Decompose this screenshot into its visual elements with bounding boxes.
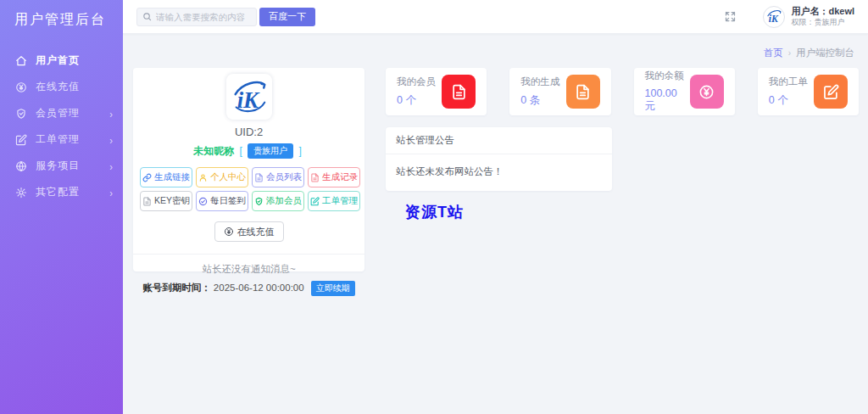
breadcrumb-current: 用户端控制台 xyxy=(796,47,854,59)
yen-circle-icon xyxy=(15,81,27,93)
gear-icon xyxy=(15,187,27,199)
document-icon xyxy=(442,75,476,109)
globe-icon xyxy=(15,160,27,172)
search-icon xyxy=(142,12,152,21)
sidebar-item-member-management[interactable]: 会员管理 › xyxy=(0,100,123,126)
stat-card-my-generated: 我的生成 0 条 xyxy=(509,68,610,115)
stat-value: 0 个 xyxy=(769,93,808,108)
topbar: 百度一下 iK 用户名：dkewl 权限：贵族用户 xyxy=(123,0,868,34)
profile-card: iK UID:2 未知昵称 [ 贵族用户 ] 生成链接 xyxy=(133,68,364,271)
sidebar-item-label: 服务项目 xyxy=(36,159,109,173)
dashboard-grid: iK UID:2 未知昵称 [ 贵族用户 ] 生成链接 xyxy=(123,59,868,271)
role-badge: 贵族用户 xyxy=(248,143,293,159)
account-expire-row: 账号到期时间： 2025-06-12 00:00:00 立即续期 xyxy=(133,281,364,296)
stat-value: 0 条 xyxy=(520,93,559,108)
stat-label: 我的余额 xyxy=(645,70,691,82)
announcement-body: 站长还未发布网站公告！ xyxy=(386,154,612,191)
document-icon xyxy=(566,75,600,109)
document-edit-icon xyxy=(310,197,320,206)
stats-row: 我的会员 0 个 我的生成 0 条 xyxy=(386,68,859,115)
search-box xyxy=(136,8,257,26)
stat-card-my-members: 我的会员 0 个 xyxy=(386,68,487,115)
add-member-button[interactable]: 添加会员 xyxy=(252,191,304,211)
sidebar-item-other-settings[interactable]: 其它配置 › xyxy=(0,179,123,205)
yen-circle-icon xyxy=(690,75,724,109)
breadcrumb-home-link[interactable]: 首页 xyxy=(764,47,783,59)
sidebar-item-ticket-management[interactable]: 工单管理 › xyxy=(0,126,123,153)
search-button[interactable]: 百度一下 xyxy=(259,8,315,26)
personal-center-button[interactable]: 个人中心 xyxy=(196,167,248,187)
nickname: 未知昵称 xyxy=(193,145,234,157)
chevron-right-icon: › xyxy=(109,133,113,145)
user-meta: 用户名：dkewl 权限：贵族用户 xyxy=(791,6,854,27)
online-recharge-button[interactable]: 在线充值 xyxy=(214,221,284,242)
sidebar-item-service-items[interactable]: 服务项目 › xyxy=(0,153,123,179)
document-edit-icon xyxy=(814,75,848,109)
breadcrumb-separator: › xyxy=(788,48,791,58)
document-edit-icon xyxy=(15,134,27,146)
main-area: 百度一下 iK 用户名：dkewl 权限：贵族用户 首页 › 用户端控制台 xyxy=(123,0,868,414)
shield-check-icon xyxy=(254,197,264,206)
chevron-right-icon: › xyxy=(109,107,113,119)
user-menu[interactable]: iK 用户名：dkewl 权限：贵族用户 xyxy=(763,6,854,28)
user-role: 权限：贵族用户 xyxy=(791,18,854,27)
key-secret-button[interactable]: KEY密钥 xyxy=(140,191,192,211)
stat-label: 我的工单 xyxy=(769,76,808,88)
stat-label: 我的生成 xyxy=(520,76,559,88)
site-logo: iK xyxy=(226,74,272,120)
stat-card-my-tickets: 我的工单 0 个 xyxy=(758,68,859,115)
person-icon xyxy=(198,173,208,182)
search-input[interactable] xyxy=(156,12,251,22)
svg-text:iK: iK xyxy=(769,13,779,24)
sidebar-item-label: 在线充值 xyxy=(36,80,113,94)
ticket-management-button[interactable]: 工单管理 xyxy=(308,191,360,211)
username: 用户名：dkewl xyxy=(791,6,854,18)
sidebar-item-user-home[interactable]: 用户首页 xyxy=(0,48,123,74)
avatar: iK xyxy=(763,6,785,28)
daily-checkin-button[interactable]: 每日签到 xyxy=(196,191,248,211)
yen-circle-icon xyxy=(224,227,234,237)
generate-records-button[interactable]: 生成记录 xyxy=(308,167,360,187)
stat-card-my-balance: 我的余额 100.00 元 xyxy=(634,68,735,115)
quick-actions: 生成链接 个人中心 会员列表 生成记录 xyxy=(140,167,358,211)
announcement-title: 站长管理公告 xyxy=(386,127,612,154)
home-icon xyxy=(15,55,27,67)
shield-check-icon xyxy=(15,108,27,120)
sidebar-item-online-recharge[interactable]: 在线充值 xyxy=(0,74,123,100)
sidebar-menu: 用户首页 在线充值 会员管理 › 工单管理 › xyxy=(0,48,123,205)
watermark-text: 资源T站 xyxy=(405,202,859,222)
sidebar-item-label: 会员管理 xyxy=(36,106,109,120)
document-icon xyxy=(142,197,152,206)
expire-value: 2025-06-12 00:00:00 xyxy=(214,283,304,293)
breadcrumb: 首页 › 用户端控制台 xyxy=(123,34,868,59)
document-icon xyxy=(254,173,264,182)
sidebar-item-label: 工单管理 xyxy=(36,132,109,147)
bracket-close: ] xyxy=(299,145,302,157)
chevron-right-icon: › xyxy=(109,159,113,171)
renew-now-button[interactable]: 立即续期 xyxy=(311,281,355,296)
member-list-button[interactable]: 会员列表 xyxy=(252,167,304,187)
content: 首页 › 用户端控制台 iK UID:2 未知昵称 [ 贵族用户 ] xyxy=(123,34,868,414)
generate-link-button[interactable]: 生成链接 xyxy=(140,167,192,187)
app-root: 用户管理后台 用户首页 在线充值 会员管理 › xyxy=(0,0,868,414)
svg-text:iK: iK xyxy=(236,87,259,113)
link-icon xyxy=(142,173,152,182)
chevron-right-icon: › xyxy=(109,186,113,198)
document-icon xyxy=(310,173,320,182)
app-title: 用户管理后台 xyxy=(0,0,123,41)
fullscreen-icon[interactable] xyxy=(724,10,737,24)
nickname-row: 未知昵称 [ 贵族用户 ] xyxy=(133,143,364,159)
stat-value: 0 个 xyxy=(397,93,436,108)
expire-label: 账号到期时间： xyxy=(142,283,211,293)
check-circle-icon xyxy=(198,197,208,206)
admin-notice-text: 站长还没有通知消息~ xyxy=(133,263,364,276)
sidebar: 用户管理后台 用户首页 在线充值 会员管理 › xyxy=(0,0,123,414)
sidebar-item-label: 用户首页 xyxy=(36,53,113,68)
stat-value: 100.00 元 xyxy=(645,87,691,114)
divider xyxy=(133,254,364,255)
sidebar-item-label: 其它配置 xyxy=(36,185,109,199)
uid-text: UID:2 xyxy=(133,126,364,138)
right-column: 我的会员 0 个 我的生成 0 条 xyxy=(386,68,859,271)
stat-label: 我的会员 xyxy=(397,76,436,88)
bracket-open: [ xyxy=(239,145,242,157)
